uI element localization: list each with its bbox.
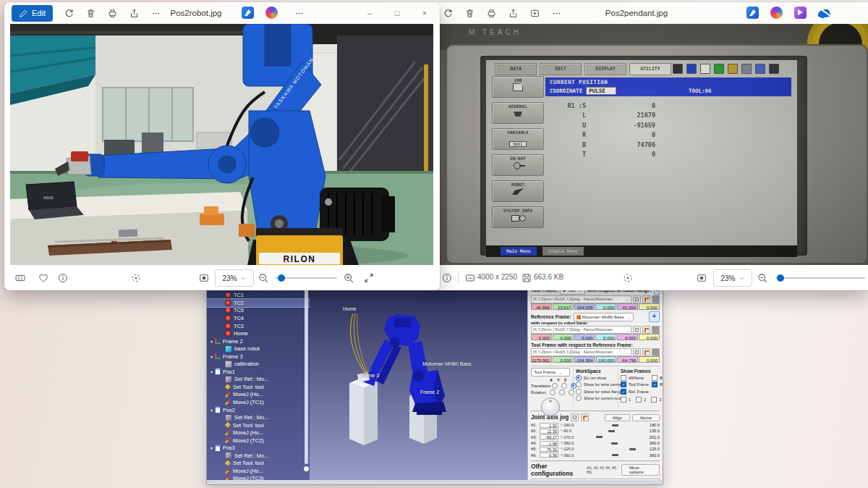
toolbar-icon[interactable] bbox=[59, 4, 80, 22]
show-frames-option[interactable]: All/None bbox=[621, 375, 649, 381]
workspace-option[interactable]: Show for current tool bbox=[576, 395, 618, 401]
tree-item[interactable]: Set Tool: tool bbox=[207, 383, 310, 391]
pose-value-cell[interactable]: 0.000 bbox=[595, 334, 616, 340]
checkbox[interactable] bbox=[621, 397, 626, 403]
zoom-slider-handle[interactable] bbox=[777, 274, 784, 282]
pose-value-cell[interactable]: 0.000 bbox=[617, 334, 638, 340]
zoom-slider-handle[interactable] bbox=[278, 274, 285, 282]
toolbar-icon[interactable] bbox=[524, 4, 545, 22]
joint-slider-handle[interactable] bbox=[629, 448, 636, 450]
frame-number-option[interactable]: 2 bbox=[636, 397, 646, 403]
toolbar-icon[interactable] bbox=[437, 4, 459, 22]
checkbox[interactable] bbox=[652, 375, 658, 381]
info-icon[interactable] bbox=[56, 271, 70, 285]
tree-item[interactable]: TC4 bbox=[207, 314, 310, 322]
copy-joints-button[interactable] bbox=[571, 413, 579, 421]
fit-to-window-icon[interactable] bbox=[694, 271, 709, 285]
workspace-option[interactable]: Show for robot flange bbox=[576, 389, 618, 395]
pose-value-cell[interactable]: -104.304 bbox=[574, 356, 595, 363]
joint-slider[interactable] bbox=[582, 453, 642, 458]
tree-item[interactable]: TC5 bbox=[207, 307, 310, 315]
checkbox[interactable] bbox=[652, 382, 658, 387]
zoom-level-select[interactable]: 23% bbox=[713, 269, 752, 287]
tree-item[interactable]: Home bbox=[207, 329, 310, 337]
joint-slider[interactable] bbox=[582, 423, 642, 428]
tree-scrollbar[interactable] bbox=[305, 286, 308, 464]
tree-item[interactable]: base robot bbox=[207, 345, 310, 353]
tree-item[interactable]: Set Ref.: Mo... bbox=[207, 376, 310, 384]
workspace-radio[interactable] bbox=[576, 382, 582, 387]
tree-expander-icon[interactable]: ▾ bbox=[208, 354, 215, 359]
format-combo[interactable]: [X,Y,Z]mm | Rot[X,Y,Z]deg - Fanuc/Motoma… bbox=[531, 295, 631, 303]
tree-item[interactable]: MoveJ (Ho... bbox=[207, 391, 310, 399]
joint-slider[interactable] bbox=[582, 447, 642, 452]
tree-item[interactable]: ▾ Pos1 bbox=[207, 368, 310, 376]
joint-value-field[interactable]: -68.17 bbox=[540, 434, 558, 439]
zoom-in-icon[interactable] bbox=[341, 271, 356, 285]
joint-slider[interactable] bbox=[582, 441, 642, 446]
joint-slider-handle[interactable] bbox=[608, 430, 615, 432]
zoom-slider[interactable] bbox=[775, 277, 865, 279]
edit-button[interactable]: Edit bbox=[12, 5, 53, 22]
tree-item[interactable]: TC2 bbox=[207, 299, 310, 307]
pose-value-cell[interactable]: 0.000 bbox=[553, 334, 574, 340]
workspace-radio[interactable] bbox=[576, 389, 582, 395]
tree-expander-icon[interactable]: ▾ bbox=[208, 339, 215, 344]
tree-expander-icon[interactable]: ▾ bbox=[208, 369, 215, 374]
rotation-axis-radio[interactable] bbox=[559, 390, 565, 395]
workspace-option[interactable]: Do not show bbox=[576, 375, 618, 381]
pose-value-cell[interactable]: 1179.961 bbox=[531, 356, 552, 363]
copy-pose-button[interactable] bbox=[633, 348, 641, 356]
home-button[interactable]: Home bbox=[632, 414, 660, 421]
checkbox[interactable] bbox=[621, 382, 626, 387]
tree-item[interactable]: MoveJ (TC3) bbox=[207, 475, 310, 480]
tree-item[interactable]: TC3 bbox=[207, 322, 310, 330]
fullscreen-icon[interactable] bbox=[362, 271, 376, 285]
align-button[interactable]: Align bbox=[605, 414, 630, 421]
pose-value-cell[interactable]: 294.009 bbox=[574, 303, 595, 310]
frame-number-option[interactable]: 1 bbox=[621, 397, 631, 403]
joint-value-field[interactable]: -1.98 bbox=[540, 441, 558, 446]
fit-to-window-icon[interactable] bbox=[197, 271, 211, 285]
copy-pose-button[interactable] bbox=[633, 295, 641, 303]
joint-slider[interactable] bbox=[582, 429, 642, 434]
rotation-axis-radio[interactable] bbox=[569, 390, 574, 395]
joint-slider-handle[interactable] bbox=[611, 442, 618, 445]
tree-item[interactable]: Set Tool: tool bbox=[207, 421, 310, 429]
pose-value-cell[interactable]: -180.000 bbox=[596, 356, 617, 363]
window-control[interactable]: × bbox=[411, 2, 438, 24]
show-frames-option[interactable]: Ref. Frame bbox=[621, 389, 649, 395]
pose-options-button[interactable] bbox=[652, 295, 660, 303]
pose-value-cell[interactable]: 0.000 bbox=[574, 334, 595, 340]
show-frames-option[interactable]: Robot Flange bbox=[652, 382, 663, 387]
more-options-button[interactable]: More options bbox=[621, 464, 660, 476]
tree-expander-icon[interactable]: ▾ bbox=[208, 445, 215, 450]
pose-value-cell[interactable]: 0.000 bbox=[639, 303, 660, 310]
pose-options-button[interactable] bbox=[652, 326, 660, 334]
joint-value-field[interactable]: 0.36 bbox=[540, 453, 558, 458]
checkbox[interactable] bbox=[651, 397, 657, 403]
show-frames-option[interactable]: Tool Frame bbox=[621, 382, 649, 387]
paste-pose-button[interactable] bbox=[642, 348, 650, 356]
visual-search-icon[interactable] bbox=[129, 271, 143, 285]
joint-slider-handle[interactable] bbox=[612, 424, 618, 426]
show-frames-option[interactable]: Base (0) bbox=[652, 375, 663, 381]
workspace-radio[interactable] bbox=[576, 375, 582, 381]
checkbox[interactable] bbox=[621, 375, 626, 381]
toolbar-icon[interactable] bbox=[502, 4, 524, 22]
tree-item[interactable]: ▾ Pos3 bbox=[207, 444, 310, 452]
tree-item[interactable]: Set Tool: tool bbox=[207, 460, 310, 468]
add-reference-frame-button[interactable]: + bbox=[649, 311, 660, 322]
favorite-icon[interactable] bbox=[36, 271, 51, 285]
visual-search-icon[interactable] bbox=[621, 271, 635, 285]
app-icon[interactable] bbox=[794, 7, 807, 19]
jog-knob[interactable] bbox=[541, 397, 560, 416]
rotation-axis-radio[interactable] bbox=[550, 390, 556, 395]
pose-value-cell[interactable]: 0.000 bbox=[531, 334, 552, 340]
workspace-radio[interactable] bbox=[576, 395, 582, 401]
pose-value-cell[interactable]: 0.000 bbox=[639, 356, 660, 363]
tree-item[interactable]: MoveJ (TC1) bbox=[207, 398, 310, 406]
format-combo[interactable]: [X,Y,Z]mm | Rot[X,Y,Z]deg - Fanuc/Motoma… bbox=[531, 326, 631, 334]
app-icon[interactable] bbox=[265, 7, 278, 19]
joint-value-field[interactable]: 1.92 bbox=[540, 423, 558, 428]
